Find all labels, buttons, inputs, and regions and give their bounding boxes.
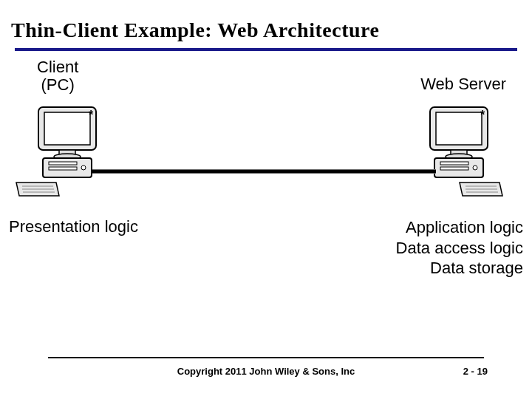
server-logic-line2: Data access logic <box>396 238 523 259</box>
client-logic-label: Presentation logic <box>9 217 138 236</box>
server-logic-line3: Data storage <box>396 258 523 279</box>
svg-text:*: * <box>89 109 94 121</box>
svg-rect-1 <box>44 112 90 145</box>
diagram: Client (PC) Web Server * * <box>0 51 532 295</box>
client-computer-icon: * <box>15 103 103 202</box>
page-number: 2 - 19 <box>463 366 488 377</box>
client-label: Client (PC) <box>37 58 78 94</box>
svg-point-8 <box>81 166 86 170</box>
server-logic-line1: Application logic <box>396 217 523 238</box>
server-logic-label: Application logic Data access logic Data… <box>396 217 523 279</box>
footer-divider <box>48 357 484 358</box>
svg-point-20 <box>473 166 477 170</box>
svg-rect-6 <box>49 162 77 165</box>
server-label: Web Server <box>420 75 506 94</box>
client-label-line2: (PC) <box>41 75 75 94</box>
slide-title: Thin-Client Example: Web Architecture <box>0 0 532 48</box>
svg-text:*: * <box>480 109 485 121</box>
network-connection <box>92 169 436 174</box>
client-label-line1: Client <box>37 58 78 76</box>
svg-rect-7 <box>49 167 77 170</box>
copyright-text: Copyright 2011 John Wiley & Sons, Inc <box>0 366 532 377</box>
svg-rect-13 <box>436 112 482 145</box>
server-computer-icon: * <box>415 103 504 202</box>
svg-rect-19 <box>440 167 468 170</box>
svg-rect-18 <box>440 162 468 165</box>
